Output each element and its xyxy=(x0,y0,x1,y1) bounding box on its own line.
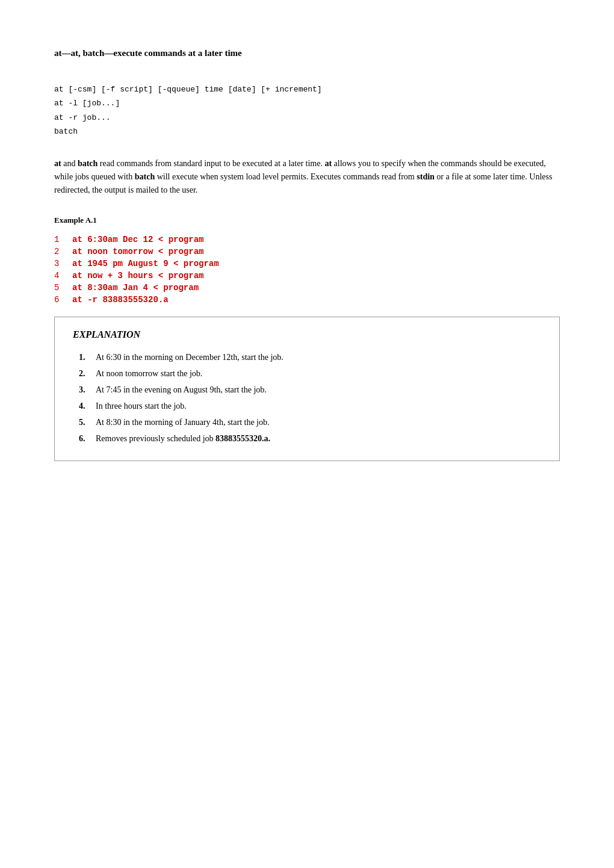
stdin-term: stdin xyxy=(417,172,435,181)
explanation-item-1: 1. At 6:30 in the morning on December 12… xyxy=(79,351,541,364)
exp-text-6-bold: 83883555320.a. xyxy=(216,434,270,443)
line-num-3: 3 xyxy=(54,259,72,268)
at-term-1: at xyxy=(54,159,61,168)
synopsis-line-4: batch xyxy=(54,125,560,138)
line-num-5: 5 xyxy=(54,283,72,293)
code-line-4: 4 at now + 3 hours < program xyxy=(54,271,560,281)
code-text-5: at 8:30am Jan 4 < program xyxy=(72,283,199,293)
synopsis-line-2: at -l [job...] xyxy=(54,96,560,110)
code-line-1: 1 at 6:30am Dec 12 < program xyxy=(54,235,560,244)
batch-term-1: batch xyxy=(78,159,98,168)
code-text-2: at noon tomorrow < program xyxy=(72,247,203,256)
exp-text-3: At 7:45 in the evening on August 9th, st… xyxy=(96,383,267,396)
page-title: at—at, batch—execute commands at a later… xyxy=(54,48,560,58)
synopsis-line-3: at -r job... xyxy=(54,111,560,125)
explanation-item-6: 6. Removes previously scheduled job 8388… xyxy=(79,432,541,445)
line-num-4: 4 xyxy=(54,271,72,281)
exp-num-4: 4. xyxy=(79,400,96,412)
synopsis-block: at [-csm] [-f script] [-qqueue] time [da… xyxy=(54,82,560,139)
code-text-4: at now + 3 hours < program xyxy=(72,271,203,281)
code-line-5: 5 at 8:30am Jan 4 < program xyxy=(54,283,560,293)
exp-text-2: At noon tomorrow start the job. xyxy=(96,367,202,380)
code-line-2: 2 at noon tomorrow < program xyxy=(54,247,560,256)
batch-term-2: batch xyxy=(135,172,155,181)
explanation-item-5: 5. At 8:30 in the morning of January 4th… xyxy=(79,416,541,429)
exp-text-1: At 6:30 in the morning on December 12th,… xyxy=(96,351,284,364)
exp-text-4: In three hours start the job. xyxy=(96,400,187,412)
example-label: Example A.1 xyxy=(54,215,560,225)
exp-num-6: 6. xyxy=(79,432,96,445)
exp-num-3: 3. xyxy=(79,383,96,396)
code-text-3: at 1945 pm August 9 < program xyxy=(72,259,219,268)
code-text-1: at 6:30am Dec 12 < program xyxy=(72,235,203,244)
explanation-box: EXPLANATION 1. At 6:30 in the morning on… xyxy=(54,317,560,461)
code-line-6: 6 at -r 83883555320.a xyxy=(54,295,560,305)
explanation-item-4: 4. In three hours start the job. xyxy=(79,400,541,412)
desc-text-1: read commands from standard input to be … xyxy=(100,159,325,168)
explanation-item-2: 2. At noon tomorrow start the job. xyxy=(79,367,541,380)
code-line-3: 3 at 1945 pm August 9 < program xyxy=(54,259,560,268)
explanation-list: 1. At 6:30 in the morning on December 12… xyxy=(73,351,541,445)
exp-num-2: 2. xyxy=(79,367,96,380)
exp-text-6: Removes previously scheduled job 8388355… xyxy=(96,432,270,445)
synopsis-line-1: at [-csm] [-f script] [-qqueue] time [da… xyxy=(54,82,560,96)
code-list: 1 at 6:30am Dec 12 < program 2 at noon t… xyxy=(54,235,560,305)
exp-num-5: 5. xyxy=(79,416,96,429)
explanation-item-3: 3. At 7:45 in the evening on August 9th,… xyxy=(79,383,541,396)
exp-text-6-prefix: Removes previously scheduled job xyxy=(96,434,216,443)
desc-and: and xyxy=(63,159,78,168)
desc-text-3: will execute when system load level perm… xyxy=(157,172,417,181)
line-num-2: 2 xyxy=(54,247,72,256)
explanation-title: EXPLANATION xyxy=(73,329,541,340)
description-block: at and batch read commands from standard… xyxy=(54,157,560,197)
exp-text-5: At 8:30 in the morning of January 4th, s… xyxy=(96,416,270,429)
code-text-6: at -r 83883555320.a xyxy=(72,295,169,305)
line-num-6: 6 xyxy=(54,295,72,305)
line-num-1: 1 xyxy=(54,235,72,244)
exp-num-1: 1. xyxy=(79,351,96,364)
at-term-2: at xyxy=(324,159,332,168)
